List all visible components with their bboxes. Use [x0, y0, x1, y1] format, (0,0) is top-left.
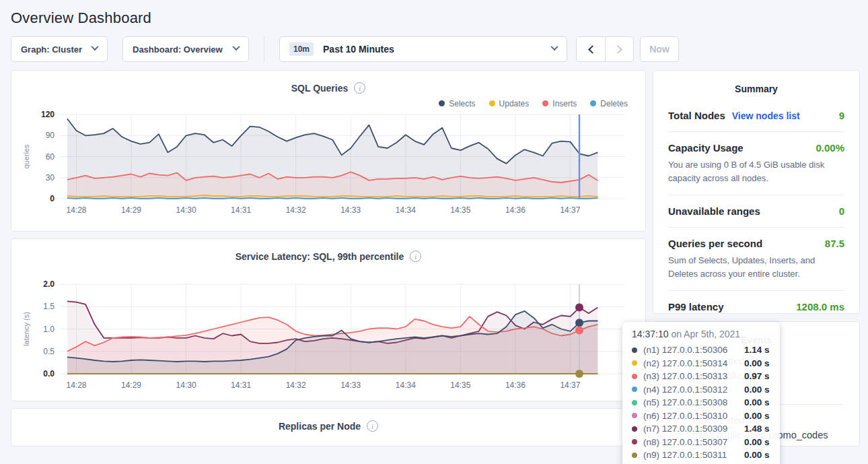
svg-text:14:32: 14:32	[286, 380, 306, 390]
unavailable-ranges-value: 0	[839, 205, 844, 217]
node-color-dot-icon	[632, 400, 637, 405]
tooltip-node-row: (n9) 127.0.0.1:503110.00 s	[632, 449, 770, 462]
capacity-usage-label: Capacity Usage	[668, 142, 744, 154]
svg-text:14:28: 14:28	[66, 380, 86, 390]
replicas-per-node-panel: Replicas per Node i	[11, 408, 646, 446]
qps-value: 87.5	[825, 238, 844, 249]
now-button[interactable]: Now	[640, 36, 679, 62]
chevron-down-icon	[91, 43, 98, 51]
legend-label: Deletes	[600, 99, 628, 108]
service-latency-chart[interactable]: 14:2814:2914:3014:3114:3214:3314:3414:35…	[21, 278, 635, 394]
sql-queries-title: SQL Queries	[291, 83, 349, 94]
svg-text:14:36: 14:36	[505, 380, 526, 390]
node-latency-value: 0.00 s	[744, 411, 770, 421]
node-latency-value: 0.00 s	[744, 437, 770, 447]
time-step-back-button[interactable]	[577, 37, 605, 61]
svg-text:14:30: 14:30	[176, 380, 196, 390]
svg-text:latency (s): latency (s)	[22, 312, 30, 346]
total-nodes-label: Total Nodes	[668, 110, 725, 121]
graph-scope-dropdown[interactable]: Graph: Cluster	[11, 36, 108, 62]
summary-capacity-row: Capacity Usage 0.00% You are using 0 B o…	[668, 132, 844, 195]
node-address: (n2) 127.0.0.1:50314	[643, 358, 744, 368]
tooltip-rows: (n1) 127.0.0.1:503061.14 s(n2) 127.0.0.1…	[632, 343, 770, 462]
svg-text:14:31: 14:31	[231, 380, 251, 390]
svg-text:14:34: 14:34	[396, 205, 416, 215]
svg-text:14:35: 14:35	[450, 380, 470, 390]
chevron-down-icon	[550, 43, 558, 51]
legend-dot-icon	[439, 100, 445, 106]
svg-text:14:37: 14:37	[560, 380, 580, 390]
dashboard-controls: Graph: Cluster Dashboard: Overview 10m P…	[11, 36, 857, 62]
tooltip-node-row: (n2) 127.0.0.1:503140.00 s	[632, 357, 770, 370]
tooltip-node-row: (n3) 127.0.0.1:503130.97 s	[632, 370, 770, 383]
view-nodes-list-link[interactable]: View nodes list	[732, 110, 800, 121]
svg-text:14:33: 14:33	[340, 205, 361, 215]
info-icon[interactable]: i	[367, 420, 378, 432]
svg-text:1.5: 1.5	[43, 302, 55, 311]
info-icon[interactable]: i	[354, 82, 365, 94]
svg-text:0: 0	[50, 194, 55, 203]
svg-text:14:36: 14:36	[505, 205, 526, 215]
svg-text:14:30: 14:30	[176, 205, 196, 215]
dashboard-dropdown[interactable]: Dashboard: Overview	[122, 36, 249, 62]
node-color-dot-icon	[632, 439, 637, 444]
replicas-header: Replicas per Node i	[11, 420, 645, 432]
legend-dot-icon	[489, 100, 495, 106]
legend-item-inserts[interactable]: Inserts	[542, 98, 577, 108]
summary-p99-row: P99 latency 1208.0 ms	[668, 291, 844, 323]
chart-hover-tooltip: 14:37:10 on Apr 5th, 2021 (n1) 127.0.0.1…	[622, 322, 780, 464]
sql-queries-chart[interactable]: 14:2814:2914:3014:3114:3214:3314:3414:35…	[21, 108, 635, 219]
time-step-forward-button[interactable]	[605, 37, 633, 61]
node-address: (n9) 127.0.0.1:50311	[643, 450, 744, 460]
time-range-label: Past 10 Minutes	[323, 44, 394, 55]
p99-latency-label: P99 latency	[668, 301, 724, 312]
service-latency-title: Service Latency: SQL, 99th percentile	[236, 251, 404, 262]
node-address: (n8) 127.0.0.1:50307	[643, 437, 744, 447]
chevron-left-icon	[588, 45, 597, 54]
capacity-usage-value: 0.00%	[816, 142, 844, 154]
node-address: (n5) 127.0.0.1:50308	[643, 397, 744, 407]
time-range-badge: 10m	[289, 42, 314, 56]
node-color-dot-icon	[632, 387, 637, 392]
qps-description: Sum of Selects, Updates, Inserts, and De…	[668, 254, 844, 280]
node-address: (n6) 127.0.0.1:50310	[643, 411, 744, 421]
sql-queries-header: SQL Queries i	[11, 82, 645, 94]
node-address: (n1) 127.0.0.1:50306	[643, 345, 744, 355]
graph-scope-label: Graph: Cluster	[21, 44, 82, 55]
node-latency-value: 0.00 s	[744, 397, 770, 407]
legend-item-deletes[interactable]: Deletes	[590, 98, 628, 108]
legend-item-updates[interactable]: Updates	[489, 98, 530, 108]
svg-text:14:29: 14:29	[121, 380, 141, 390]
svg-text:queries: queries	[22, 144, 30, 169]
svg-text:90: 90	[46, 131, 55, 140]
tooltip-node-row: (n4) 127.0.0.1:503120.00 s	[632, 383, 770, 397]
time-range-dropdown[interactable]: 10m Past 10 Minutes	[279, 36, 567, 62]
node-color-dot-icon	[632, 360, 637, 366]
svg-text:30: 30	[46, 173, 55, 183]
toolbar-divider	[264, 36, 264, 62]
node-latency-value: 1.48 s	[744, 424, 770, 434]
node-color-dot-icon	[632, 426, 637, 432]
now-button-label: Now	[649, 44, 670, 55]
tooltip-node-row: (n8) 127.0.0.1:503070.00 s	[632, 436, 770, 449]
node-color-dot-icon	[632, 413, 637, 418]
legend-dot-icon	[542, 100, 548, 106]
node-latency-value: 0.00 s	[744, 358, 770, 368]
chevron-right-icon	[614, 45, 622, 54]
info-icon[interactable]: i	[410, 251, 421, 262]
svg-text:2.0: 2.0	[43, 279, 55, 289]
page-title: Overview Dashboard	[0, 0, 868, 27]
svg-text:14:35: 14:35	[450, 205, 470, 215]
p99-latency-value: 1208.0 ms	[796, 301, 844, 312]
legend-label: Updates	[499, 99, 530, 108]
legend-item-selects[interactable]: Selects	[439, 98, 475, 108]
svg-text:1.0: 1.0	[43, 325, 55, 334]
svg-text:14:37: 14:37	[560, 205, 580, 215]
svg-text:14:32: 14:32	[286, 205, 306, 215]
node-latency-value: 0.00 s	[744, 385, 770, 395]
tooltip-timestamp: 14:37:10 on Apr 5th, 2021	[632, 329, 770, 339]
svg-text:60: 60	[46, 152, 55, 162]
service-latency-panel: Service Latency: SQL, 99th percentile i …	[11, 238, 646, 401]
tooltip-node-row: (n5) 127.0.0.1:503080.00 s	[632, 396, 770, 409]
node-address: (n4) 127.0.0.1:50312	[643, 385, 744, 395]
